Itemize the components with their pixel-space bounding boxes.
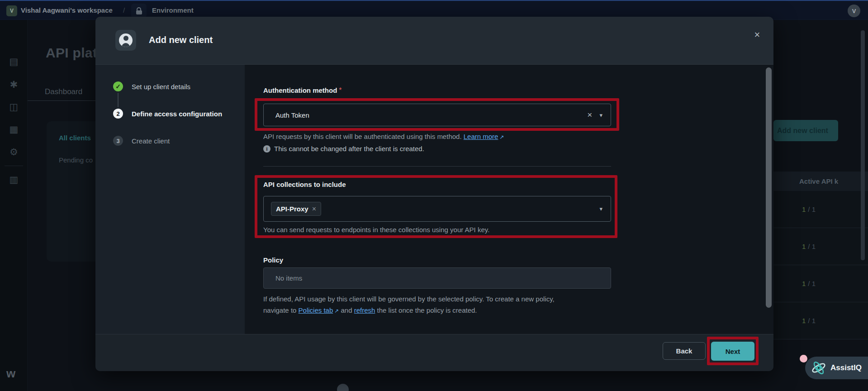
tools-icon[interactable]: ⚙ [0, 144, 28, 160]
table-row: 1/ 1 [773, 302, 868, 339]
tab-dashboard[interactable]: Dashboard [45, 87, 82, 96]
auth-helper-text: API requests by this client will be auth… [263, 133, 504, 140]
page-title: API plat [46, 45, 97, 61]
app-screen: V Vishal Aagwani's workspace / Environme… [0, 0, 868, 391]
chevron-down-icon[interactable]: ▾ [599, 205, 602, 212]
environment-label[interactable]: Environment [152, 6, 194, 14]
table-header-active-api-keys: Active API k [773, 172, 868, 191]
lock-icon [137, 7, 141, 10]
sidebar-divider [5, 166, 23, 166]
stepper: ✓ Set up client details 2 Define access … [95, 65, 245, 334]
modal-scrollbar[interactable] [766, 67, 772, 308]
chevron-down-icon[interactable]: ▾ [599, 112, 602, 119]
tab-underline [28, 100, 95, 101]
table-row: 1/ 1 [773, 191, 868, 228]
add-new-client-button[interactable]: Add new client [773, 120, 838, 141]
clear-icon[interactable]: × [587, 110, 592, 120]
step-setup-client-details: ✓ Set up client details [113, 81, 190, 92]
info-icon: i [263, 145, 270, 153]
nav-all-clients[interactable]: All clients [59, 134, 91, 142]
collections-helper-text: You can send requests to endpoints in th… [263, 226, 489, 234]
policy-label: Policy [263, 256, 283, 264]
policy-select[interactable]: No items [263, 267, 611, 289]
step-create-client: 3 Create client [113, 135, 170, 146]
step-2-marker: 2 [113, 109, 123, 119]
section-divider [263, 166, 611, 167]
required-asterisk: * [339, 86, 342, 94]
modal-title: Add new client [149, 35, 213, 45]
policy-helper-line2: navigate to Policies tab↗ and refresh th… [263, 306, 477, 314]
page-scrollbar[interactable] [861, 30, 865, 260]
breadcrumb-separator: / [123, 6, 125, 14]
person-icon [119, 33, 133, 47]
apps-icon[interactable]: ▦ [0, 122, 28, 137]
step-connector [118, 93, 119, 107]
step-done-check-icon: ✓ [113, 81, 123, 91]
collections-label: API collections to include [263, 181, 346, 188]
sidebar: ▤ ✱ ◫ ▦ ⚙ ▥ w [0, 20, 28, 391]
workspace-name[interactable]: Vishal Aagwani's workspace [21, 6, 113, 14]
add-client-modal: Add new client × ✓ Set up client details… [95, 17, 773, 371]
external-link-icon: ↗ [499, 134, 504, 140]
reports-icon[interactable]: ▥ [0, 172, 28, 187]
nav-pending-collections[interactable]: Pending co [59, 156, 93, 164]
table-row: 1/ 1 [773, 228, 868, 265]
back-button[interactable]: Back [663, 342, 706, 360]
auth-method-select[interactable]: Auth Token × ▾ [263, 104, 611, 126]
bottom-badge [337, 384, 349, 391]
collections-icon[interactable]: ▤ [0, 54, 28, 69]
table-row: 1/ 1 [773, 265, 868, 302]
collections-multiselect[interactable]: API-Proxy × ▾ [263, 196, 611, 222]
step-define-access-configuration: 2 Define access configuration [113, 108, 222, 119]
auth-note: i This cannot be changed after the clien… [263, 145, 424, 153]
tag-remove-icon[interactable]: × [312, 205, 316, 213]
docs-icon[interactable]: ◫ [0, 99, 28, 114]
policy-helper-line1: If defined, API usage by this client wil… [263, 295, 555, 303]
auth-method-value: Auth Token [275, 111, 309, 119]
next-button[interactable]: Next [711, 342, 754, 361]
environment-lock-chip[interactable] [131, 4, 147, 18]
policy-empty-text: No items [275, 274, 302, 282]
learn-more-link[interactable]: Learn more [464, 133, 498, 140]
workspace-badge[interactable]: V [6, 5, 17, 16]
refresh-link[interactable]: refresh [354, 306, 375, 314]
assistiq-widget[interactable]: AssistIQ [805, 357, 868, 379]
external-link-icon: ↗ [334, 308, 339, 314]
flows-icon[interactable]: ✱ [0, 77, 28, 92]
modal-header: Add new client × [95, 17, 773, 65]
notification-dot [800, 355, 807, 362]
close-icon[interactable]: × [750, 28, 764, 42]
tag-api-proxy: API-Proxy × [271, 202, 321, 216]
clients-nav-card [47, 121, 101, 262]
brand-logo: w [6, 367, 22, 381]
user-avatar[interactable]: V [848, 5, 860, 17]
atom-icon [811, 360, 827, 376]
client-avatar-icon [115, 30, 136, 51]
policies-tab-link[interactable]: Policies tab [299, 306, 333, 314]
auth-method-label: Authentication method* [263, 86, 342, 95]
assistiq-label: AssistIQ [830, 363, 862, 372]
step-3-marker: 3 [113, 136, 123, 146]
